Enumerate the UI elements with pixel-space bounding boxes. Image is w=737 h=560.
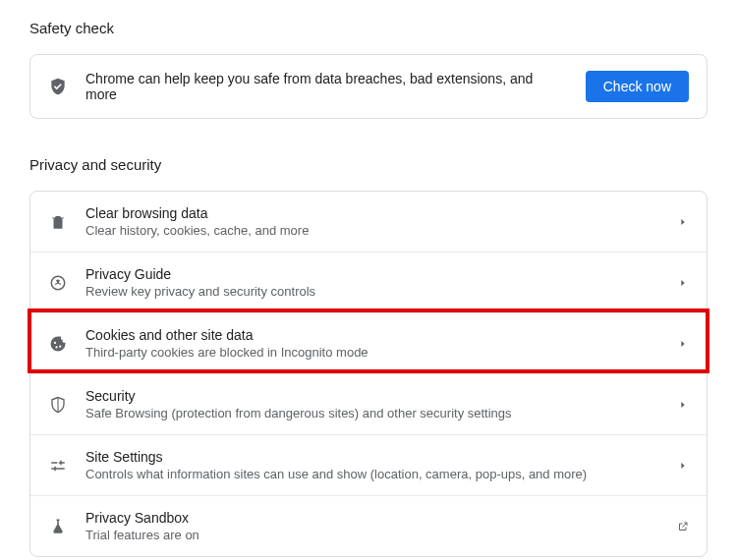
row-title: Cookies and other site data	[85, 327, 659, 343]
privacy-security-list: Clear browsing data Clear history, cooki…	[29, 191, 708, 557]
shield-icon	[48, 395, 68, 415]
chevron-right-icon	[677, 217, 689, 227]
chevron-right-icon	[677, 339, 689, 349]
row-cookies-and-site-data[interactable]: Cookies and other site data Third-party …	[30, 312, 707, 373]
row-site-settings[interactable]: Site Settings Controls what information …	[30, 434, 707, 495]
row-title: Privacy Guide	[85, 266, 659, 282]
row-title: Security	[85, 388, 659, 404]
open-in-new-icon	[677, 519, 689, 534]
check-now-button[interactable]: Check now	[586, 71, 689, 102]
row-subtitle: Controls what information sites can use …	[85, 467, 659, 481]
row-title: Site Settings	[85, 449, 659, 465]
row-privacy-guide[interactable]: Privacy Guide Review key privacy and sec…	[30, 252, 707, 312]
chevron-right-icon	[677, 461, 689, 471]
row-subtitle: Trial features are on	[85, 528, 659, 542]
row-security[interactable]: Security Safe Browsing (protection from …	[30, 373, 707, 434]
cookie-icon	[48, 334, 68, 354]
tune-icon	[48, 456, 68, 476]
row-privacy-sandbox[interactable]: Privacy Sandbox Trial features are on	[30, 495, 707, 556]
row-subtitle: Third-party cookies are blocked in Incog…	[85, 345, 659, 360]
trash-icon	[48, 212, 68, 232]
row-clear-browsing-data[interactable]: Clear browsing data Clear history, cooki…	[30, 192, 707, 252]
row-subtitle: Clear history, cookies, cache, and more	[85, 223, 659, 238]
row-title: Clear browsing data	[85, 205, 659, 221]
safety-check-card: Chrome can help keep you safe from data …	[29, 54, 708, 119]
compass-icon	[48, 273, 68, 293]
safety-check-header: Safety check	[29, 20, 708, 36]
row-title: Privacy Sandbox	[85, 510, 659, 526]
row-subtitle: Review key privacy and security controls	[85, 284, 659, 299]
flask-icon	[48, 517, 68, 536]
safety-check-text: Chrome can help keep you safe from data …	[85, 71, 568, 102]
row-subtitle: Safe Browsing (protection from dangerous…	[85, 406, 659, 420]
privacy-security-header: Privacy and security	[29, 156, 708, 173]
chevron-right-icon	[677, 400, 689, 410]
chevron-right-icon	[677, 278, 689, 288]
shield-check-icon	[48, 77, 68, 96]
